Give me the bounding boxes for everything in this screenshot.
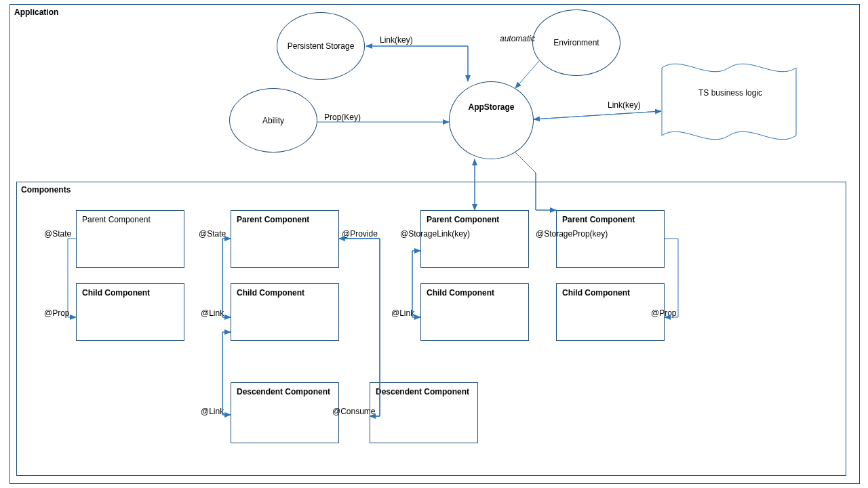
edge-prop-key: Prop(Key) — [324, 113, 361, 122]
persistent-storage-label: Persistent Storage — [288, 41, 355, 51]
col3-child: Child Component — [420, 283, 529, 341]
col2-desc-label: Descendent Component — [237, 387, 330, 396]
col2-link2: @Link — [201, 407, 224, 416]
ability-label: Ability — [262, 116, 284, 125]
col1-state: @State — [44, 229, 71, 239]
col2-provide: @Provide — [342, 229, 378, 239]
components-title: Components — [21, 185, 71, 195]
col2-child: Child Component — [231, 283, 339, 341]
col4-child: Child Component — [556, 283, 665, 341]
appstorage-label: AppStorage — [468, 102, 514, 112]
col3-link: @Link — [391, 308, 414, 318]
application-title: Application — [14, 7, 58, 17]
col2-parent-label: Parent Component — [237, 215, 309, 224]
ts-logic-node — [661, 54, 797, 149]
col4-parent: Parent Component — [556, 210, 665, 268]
col3-child-label: Child Component — [427, 288, 494, 298]
environment-label: Environment — [553, 38, 599, 47]
col1-child: Child Component — [76, 283, 184, 341]
edge-automatic: automatic — [500, 34, 535, 43]
col4-prop: @Prop — [651, 308, 677, 318]
ts-logic-label: TS business logic — [698, 88, 762, 98]
persistent-storage-node: Persistent Storage — [277, 12, 365, 80]
col1-parent-label: Parent Component — [82, 215, 151, 224]
col2-parent: Parent Component — [231, 210, 339, 268]
col1-prop: @Prop — [44, 308, 70, 318]
col3-storagelink: @StorageLink(key) — [400, 229, 470, 239]
col2-child-label: Child Component — [237, 288, 304, 298]
col2-desc: Descendent Component — [231, 382, 339, 443]
diagram-canvas: Application Persistent Storage Environme… — [0, 0, 868, 488]
edge-link-key-2: Link(key) — [608, 100, 641, 110]
col3-parent: Parent Component — [420, 210, 529, 268]
col2-consume: @Consume — [332, 407, 376, 416]
appstorage-node: AppStorage — [449, 81, 534, 159]
col4-child-label: Child Component — [562, 288, 630, 298]
col2-state: @State — [199, 229, 226, 239]
col3-parent-label: Parent Component — [427, 215, 499, 224]
col4-storageprop: @StorageProp(key) — [536, 229, 608, 239]
ability-node: Ability — [229, 88, 317, 152]
edge-link-key-1: Link(key) — [380, 35, 413, 45]
col2-link1: @Link — [201, 308, 224, 318]
col2-desc2-label: Descendent Component — [376, 387, 469, 396]
col1-child-label: Child Component — [82, 288, 150, 298]
col2-desc2: Descendent Component — [370, 382, 478, 443]
col1-parent: Parent Component — [76, 210, 184, 268]
environment-node: Environment — [532, 9, 620, 76]
col4-parent-label: Parent Component — [562, 215, 635, 224]
